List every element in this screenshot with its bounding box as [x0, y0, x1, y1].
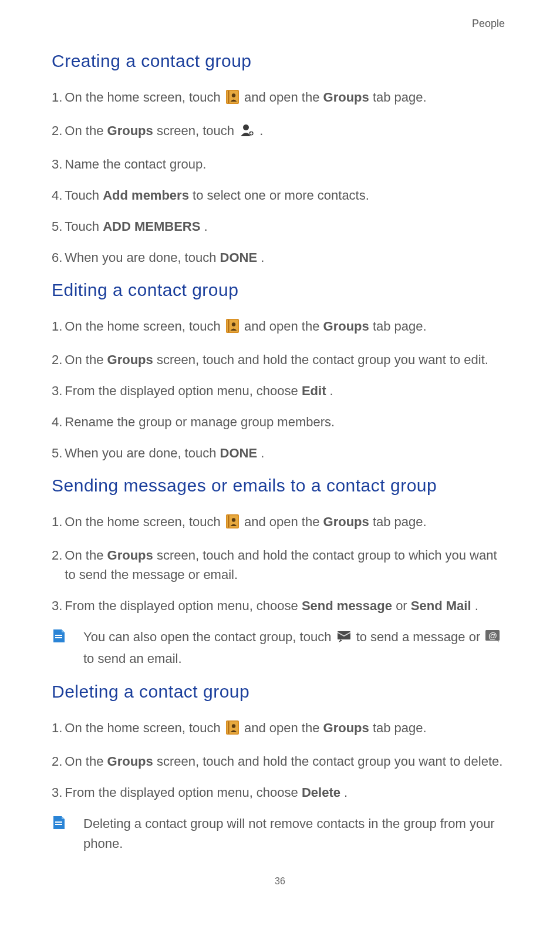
- text: From the displayed option menu, choose: [65, 598, 302, 613]
- step: 2. On the Groups screen, touch .: [52, 121, 508, 143]
- step: 3. From the displayed option menu, choos…: [52, 596, 508, 615]
- step-body: Touch ADD MEMBERS .: [65, 217, 508, 236]
- groups-label-bold: Groups: [323, 720, 369, 735]
- step-body: On the home screen, touch and open the G…: [65, 718, 508, 740]
- step-number: 4.: [52, 412, 62, 432]
- steps-sending: 1. On the home screen, touch and open th…: [52, 512, 508, 615]
- chapter-header: People: [52, 18, 508, 30]
- step-number: 4.: [52, 186, 62, 205]
- page-number: 36: [52, 876, 508, 887]
- note-block: You can also open the contact group, tou…: [52, 627, 508, 669]
- add-group-icon: [239, 123, 254, 143]
- text: screen, touch and hold the contact group: [157, 352, 394, 367]
- step: 2. On the Groups screen, touch and hold …: [52, 350, 508, 369]
- groups-label-bold: Groups: [107, 548, 153, 563]
- page-container: People Creating a contact group 1. On th…: [0, 0, 560, 910]
- step: 5. Touch ADD MEMBERS .: [52, 217, 508, 236]
- step-number: 2.: [52, 752, 62, 771]
- email-icon: [485, 629, 500, 649]
- text: tab page.: [373, 720, 427, 735]
- bold-text: Send Mail: [411, 598, 471, 613]
- bold-text: DONE: [220, 446, 258, 460]
- step-body: On the Groups screen, touch and hold the…: [65, 752, 508, 771]
- text: On the: [65, 548, 107, 563]
- text: you want to edit.: [394, 352, 488, 367]
- note-body: You can also open the contact group, tou…: [73, 627, 508, 669]
- contacts-app-icon: [226, 90, 239, 109]
- note-icon: [52, 815, 66, 833]
- groups-label-bold: Groups: [107, 352, 153, 367]
- text: Touch: [65, 188, 103, 203]
- step-number: 1.: [52, 718, 62, 740]
- bold-text: Send message: [302, 598, 392, 613]
- text: to send an email.: [83, 651, 182, 666]
- step: 4. Rename the group or manage group memb…: [52, 412, 508, 432]
- steps-editing: 1. On the home screen, touch and open th…: [52, 316, 508, 463]
- message-icon: [337, 629, 351, 649]
- text: On the: [65, 123, 107, 138]
- text: .: [344, 785, 348, 800]
- step-number: 5.: [52, 217, 62, 236]
- chapter-label: People: [472, 18, 505, 29]
- steps-deleting: 1. On the home screen, touch and open th…: [52, 718, 508, 802]
- step-body: On the home screen, touch and open the G…: [65, 316, 508, 338]
- groups-label-bold: Groups: [107, 754, 153, 769]
- step-number: 3.: [52, 154, 62, 174]
- groups-label-bold: Groups: [107, 123, 153, 138]
- text: screen, touch: [157, 123, 238, 138]
- step-number: 5.: [52, 443, 62, 463]
- text: screen, touch and hold the contact group: [157, 754, 394, 769]
- bold-text: DONE: [220, 250, 258, 265]
- step-body: Rename the group or manage group members…: [65, 412, 508, 432]
- text: .: [261, 446, 264, 460]
- text: to select one or more contacts.: [193, 188, 369, 203]
- step: 4. Touch Add members to select one or mo…: [52, 186, 508, 205]
- text: tab page.: [373, 319, 427, 334]
- step-body: From the displayed option menu, choose E…: [65, 381, 508, 400]
- step-body: When you are done, touch DONE .: [65, 248, 508, 267]
- text: On the home screen, touch: [65, 90, 224, 105]
- text: tab page.: [373, 90, 427, 105]
- step-body: On the home screen, touch and open the G…: [65, 87, 508, 109]
- section-title-creating: Creating a contact group: [52, 51, 508, 71]
- text: When you are done, touch: [65, 250, 220, 265]
- step-body: Name the contact group.: [65, 154, 508, 174]
- text: From the displayed option menu, choose: [65, 383, 302, 398]
- bold-text: Add members: [103, 188, 189, 203]
- step-number: 3.: [52, 381, 62, 400]
- step: 5. When you are done, touch DONE .: [52, 443, 508, 463]
- note-icon: [52, 628, 66, 646]
- step-number: 2.: [52, 121, 62, 143]
- step: 1. On the home screen, touch and open th…: [52, 718, 508, 740]
- step-body: Touch Add members to select one or more …: [65, 186, 508, 205]
- bold-text: Delete: [302, 785, 340, 800]
- section-title-deleting: Deleting a contact group: [52, 682, 508, 702]
- text: .: [475, 598, 478, 613]
- text: When you are done, touch: [65, 446, 220, 460]
- text: or: [396, 598, 411, 613]
- step: 3. From the displayed option menu, choos…: [52, 381, 508, 400]
- step: 1. On the home screen, touch and open th…: [52, 512, 508, 534]
- text: and open the: [244, 319, 323, 334]
- note-body: Deleting a contact group will not remove…: [73, 814, 508, 854]
- text: and open the: [244, 514, 323, 529]
- text: .: [261, 250, 264, 265]
- text: On the: [65, 352, 107, 367]
- contacts-app-icon: [226, 514, 239, 534]
- text: .: [330, 383, 333, 398]
- section-title-editing: Editing a contact group: [52, 280, 508, 300]
- text: On the: [65, 754, 107, 769]
- text: On the home screen, touch: [65, 720, 224, 735]
- text: .: [204, 219, 208, 234]
- step: 2. On the Groups screen, touch and hold …: [52, 752, 508, 771]
- step: 6. When you are done, touch DONE .: [52, 248, 508, 267]
- step-number: 1.: [52, 87, 62, 109]
- steps-creating: 1. On the home screen, touch and open th…: [52, 87, 508, 267]
- contacts-app-icon: [226, 720, 239, 740]
- step-number: 3.: [52, 596, 62, 615]
- step-number: 3.: [52, 783, 62, 802]
- text: On the home screen, touch: [65, 319, 224, 334]
- text: From the displayed option menu, choose: [65, 785, 302, 800]
- step-body: From the displayed option menu, choose S…: [65, 596, 508, 615]
- text: screen, touch and hold the contact group: [157, 548, 394, 563]
